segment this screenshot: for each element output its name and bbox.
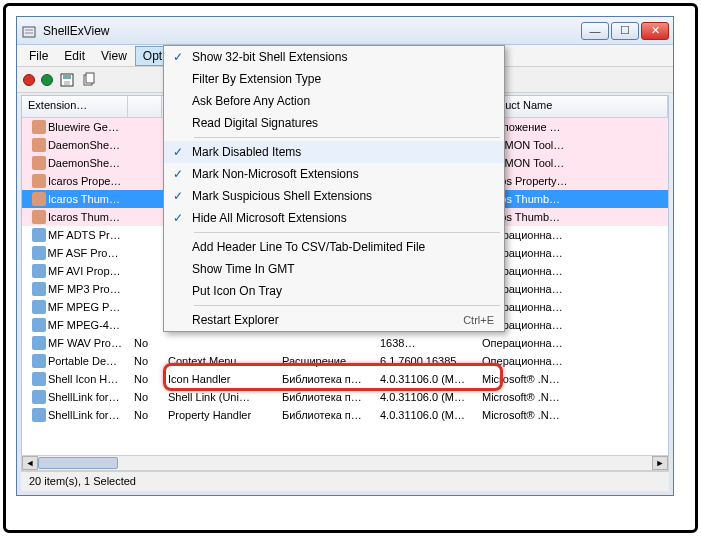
- table-row[interactable]: Shell Icon H…NoIcon HandlerБиблиотека п……: [22, 370, 668, 388]
- menu-edit[interactable]: Edit: [56, 46, 93, 66]
- copy-icon[interactable]: [81, 72, 97, 88]
- menu-item[interactable]: ✓Show 32-bit Shell Extensions: [164, 46, 504, 68]
- menu-item[interactable]: Filter By Extension Type: [164, 68, 504, 90]
- horizontal-scrollbar[interactable]: ◄ ►: [21, 455, 669, 471]
- menu-file[interactable]: File: [21, 46, 56, 66]
- menu-item[interactable]: Put Icon On Tray: [164, 280, 504, 302]
- menu-view[interactable]: View: [93, 46, 135, 66]
- menu-item[interactable]: Ask Before Any Action: [164, 90, 504, 112]
- scroll-thumb[interactable]: [38, 457, 118, 469]
- app-icon: [21, 23, 37, 39]
- menu-item[interactable]: Read Digital Signatures: [164, 112, 504, 134]
- scroll-left-button[interactable]: ◄: [22, 456, 38, 470]
- minimize-button[interactable]: —: [581, 22, 609, 40]
- titlebar: ShellExView — ☐ ✕: [17, 17, 673, 45]
- menu-item[interactable]: ✓Mark Disabled Items: [164, 141, 504, 163]
- status-text: 20 item(s), 1 Selected: [29, 475, 136, 487]
- svg-rect-0: [23, 27, 35, 37]
- table-row[interactable]: ShellLink for…NoShell Link (Uni…Библиоте…: [22, 388, 668, 406]
- menu-item[interactable]: Restart ExplorerCtrl+E: [164, 309, 504, 331]
- disable-button[interactable]: [23, 74, 35, 86]
- window-title: ShellExView: [43, 24, 581, 38]
- options-dropdown: ✓Show 32-bit Shell ExtensionsFilter By E…: [163, 45, 505, 332]
- menubar: File Edit View Options Help ✓Show 32-bit…: [17, 45, 673, 67]
- table-row[interactable]: ShellLink for…NoProperty HandlerБиблиоте…: [22, 406, 668, 424]
- enable-button[interactable]: [41, 74, 53, 86]
- close-button[interactable]: ✕: [641, 22, 669, 40]
- table-row[interactable]: Portable Dev…NoContext MenuРасширение …6…: [22, 352, 668, 370]
- table-row[interactable]: MF WAV Pro…No1638…Операционна…: [22, 334, 668, 352]
- svg-rect-2: [63, 75, 71, 79]
- menu-item[interactable]: Show Time In GMT: [164, 258, 504, 280]
- svg-rect-5: [86, 73, 94, 83]
- scroll-right-button[interactable]: ►: [652, 456, 668, 470]
- save-icon[interactable]: [59, 72, 75, 88]
- column-2[interactable]: [128, 96, 162, 117]
- maximize-button[interactable]: ☐: [611, 22, 639, 40]
- menu-item[interactable]: Add Header Line To CSV/Tab-Delimited Fil…: [164, 236, 504, 258]
- column-extension[interactable]: Extension…: [22, 96, 128, 117]
- menu-item[interactable]: ✓Hide All Microsoft Extensions: [164, 207, 504, 229]
- svg-rect-3: [64, 81, 70, 85]
- menu-item[interactable]: ✓Mark Suspicious Shell Extensions: [164, 185, 504, 207]
- menu-item[interactable]: ✓Mark Non-Microsoft Extensions: [164, 163, 504, 185]
- status-bar: 20 item(s), 1 Selected: [21, 471, 669, 491]
